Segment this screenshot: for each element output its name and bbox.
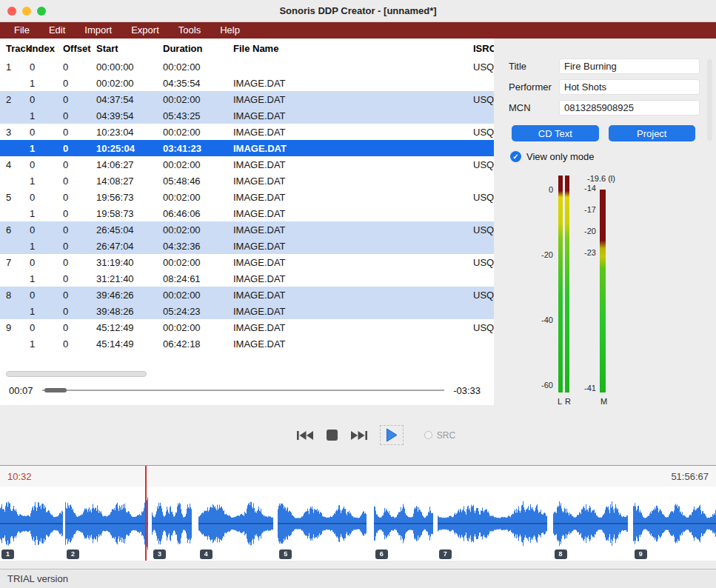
cell-file-name: IMAGE.DAT <box>233 143 473 154</box>
next-track-button[interactable] <box>350 430 368 441</box>
scale-tick: -20 <box>571 227 596 248</box>
cell-index: 0 <box>30 94 63 105</box>
seek-slider[interactable] <box>42 387 445 394</box>
menu-import[interactable]: Import <box>75 22 121 39</box>
panel-scrollbar[interactable] <box>707 59 712 141</box>
cell-isrc: USQ <box>473 159 494 170</box>
zoom-button[interactable] <box>37 7 46 16</box>
track-table-row[interactable]: 1 0 00:02:00 04:35:54 IMAGE.DAT <box>0 75 494 91</box>
cell-index: 0 <box>30 61 63 73</box>
track-marker-badge: 2 <box>67 549 79 559</box>
view-only-mode-icon[interactable]: ✓ <box>510 151 521 162</box>
mcn-field-row: MCN <box>509 99 700 116</box>
menu-help[interactable]: Help <box>210 22 250 39</box>
track-table-row[interactable]: 1 0 19:58:73 06:46:06 IMAGE.DAT <box>0 205 494 221</box>
project-button[interactable]: Project <box>609 125 696 141</box>
stop-icon <box>326 429 338 441</box>
src-radio[interactable] <box>424 431 432 439</box>
track-table-row[interactable]: 8 0 0 39:46:26 00:02:00 IMAGE.DAT USQ <box>0 287 494 303</box>
cell-track: 1 <box>0 61 30 73</box>
cell-duration: 00:02:00 <box>163 224 233 235</box>
cell-track: 2 <box>0 94 30 105</box>
level-meter-mono <box>600 190 606 392</box>
main-area: Track Index Offset Start Duration File N… <box>0 39 716 405</box>
track-marker-badge: 5 <box>279 549 292 559</box>
menu-export[interactable]: Export <box>121 22 169 39</box>
performer-input[interactable] <box>559 79 700 95</box>
cell-track: 6 <box>0 224 30 235</box>
cell-duration: 06:46:06 <box>163 208 233 219</box>
cell-isrc: USQ <box>473 290 494 301</box>
track-table-row[interactable]: 9 0 0 45:12:49 00:02:00 IMAGE.DAT USQ <box>0 319 494 335</box>
column-header-index[interactable]: Index <box>30 43 63 54</box>
track-table-row[interactable]: 1 0 0 00:00:00 00:02:00 USQ <box>0 59 494 75</box>
track-table-row[interactable]: 5 0 0 19:56:73 00:02:00 IMAGE.DAT USQ <box>0 189 494 205</box>
traffic-lights <box>7 7 46 16</box>
seek-slider-track[interactable] <box>42 390 445 391</box>
cell-file-name: IMAGE.DAT <box>233 110 473 121</box>
menu-edit[interactable]: Edit <box>39 22 75 39</box>
stop-button[interactable] <box>326 429 338 441</box>
table-empty-space <box>0 352 494 371</box>
track-table-row[interactable]: 1 0 26:47:04 04:32:36 IMAGE.DAT <box>0 238 494 254</box>
track-table-row[interactable]: 3 0 0 10:23:04 00:02:00 IMAGE.DAT USQ <box>0 124 494 140</box>
table-horizontal-scrollbar[interactable] <box>6 371 147 377</box>
track-table-row[interactable]: 1 0 45:14:49 06:42:18 IMAGE.DAT <box>0 335 494 352</box>
next-icon <box>350 430 368 441</box>
mcn-input[interactable] <box>559 100 700 116</box>
column-header-isrc[interactable]: ISRC <box>473 43 494 54</box>
track-table-row[interactable]: 1 0 39:48:26 05:24:23 IMAGE.DAT <box>0 303 494 319</box>
track-table-row[interactable]: 7 0 0 31:19:40 00:02:00 IMAGE.DAT USQ <box>0 254 494 270</box>
column-header-start[interactable]: Start <box>96 43 163 54</box>
elapsed-time: 00:07 <box>9 385 33 396</box>
track-table-row[interactable]: 1 0 14:08:27 05:48:46 IMAGE.DAT <box>0 173 494 189</box>
mcn-label: MCN <box>509 102 559 113</box>
waveform-display[interactable] <box>0 487 716 561</box>
cell-index: 1 <box>30 306 63 317</box>
menubar: FileEditImportExportToolsHelp <box>0 22 716 39</box>
track-table-row[interactable]: 1 0 31:21:40 08:24:61 IMAGE.DAT <box>0 270 494 287</box>
track-table-row[interactable]: 4 0 0 14:06:27 00:02:00 IMAGE.DAT USQ <box>0 156 494 173</box>
cell-start: 10:23:04 <box>96 127 163 138</box>
src-label: SRC <box>437 430 455 441</box>
track-table-row[interactable]: 2 0 0 04:37:54 00:02:00 IMAGE.DAT USQ <box>0 91 494 107</box>
title-input[interactable] <box>559 59 700 74</box>
previous-track-button[interactable] <box>296 430 314 441</box>
timeline-header: 10:32 51:56:67 <box>0 466 716 487</box>
cell-offset: 0 <box>63 322 96 333</box>
cell-isrc: USQ <box>473 61 494 73</box>
table-header-row: Track Index Offset Start Duration File N… <box>0 39 494 59</box>
minimize-button[interactable] <box>22 7 31 16</box>
track-table-row[interactable]: 6 0 0 26:45:04 00:02:00 IMAGE.DAT USQ <box>0 221 494 238</box>
seek-slider-thumb[interactable] <box>44 388 67 392</box>
track-marker-badge: 8 <box>555 549 567 559</box>
column-header-file-name[interactable]: File Name <box>233 43 473 54</box>
track-table-row[interactable]: 1 0 10:25:04 03:41:23 IMAGE.DAT <box>0 140 494 156</box>
cell-duration: 05:43:25 <box>163 110 233 121</box>
cell-start: 19:56:73 <box>96 192 163 203</box>
menu-tools[interactable]: Tools <box>169 22 210 39</box>
total-duration: 51:56:67 <box>671 471 709 482</box>
column-header-duration[interactable]: Duration <box>163 43 233 54</box>
cell-offset: 0 <box>63 241 96 252</box>
statusbar: TRIAL version <box>0 569 716 588</box>
channel-label-left: L <box>558 397 562 406</box>
track-table-row[interactable]: 1 0 04:39:54 05:43:25 IMAGE.DAT <box>0 107 494 124</box>
close-button[interactable] <box>7 7 16 16</box>
cd-text-button[interactable]: CD Text <box>512 125 599 141</box>
cell-duration: 00:02:00 <box>163 61 233 73</box>
cell-start: 00:00:00 <box>96 61 163 73</box>
cell-duration: 00:02:00 <box>163 257 233 268</box>
play-button[interactable] <box>380 425 404 445</box>
cell-start: 39:48:26 <box>96 306 163 317</box>
cell-start: 14:06:27 <box>96 159 163 170</box>
column-header-track[interactable]: Track <box>0 43 30 54</box>
cell-file-name: IMAGE.DAT <box>233 322 473 333</box>
menu-file[interactable]: File <box>4 22 39 39</box>
cell-offset: 0 <box>63 176 96 187</box>
column-header-offset[interactable]: Offset <box>63 43 96 54</box>
cell-track: 3 <box>0 127 30 138</box>
view-only-mode-label: View only mode <box>526 151 595 162</box>
playhead-cursor[interactable] <box>145 466 147 561</box>
cell-track: 9 <box>0 322 30 333</box>
